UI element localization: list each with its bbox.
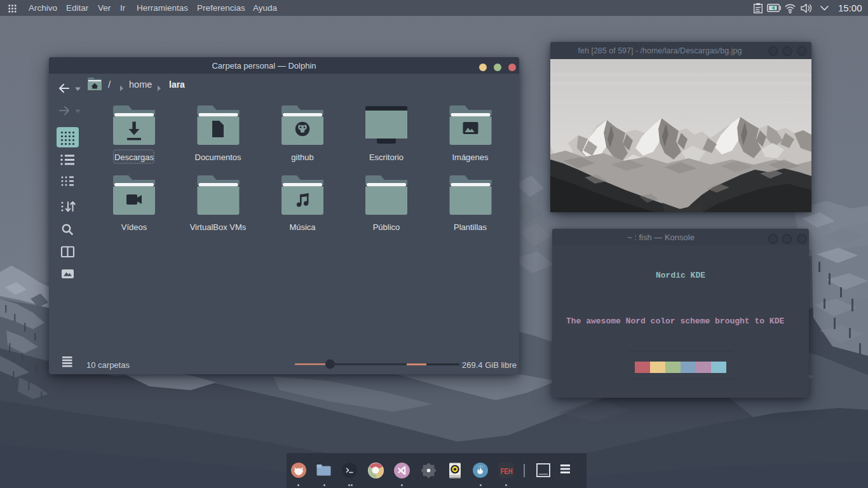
svg-text:FEH: FEH — [501, 466, 513, 476]
svg-text:lara: lara — [169, 79, 185, 90]
svg-text:/: / — [108, 79, 111, 90]
svg-text:home: home — [129, 79, 152, 90]
